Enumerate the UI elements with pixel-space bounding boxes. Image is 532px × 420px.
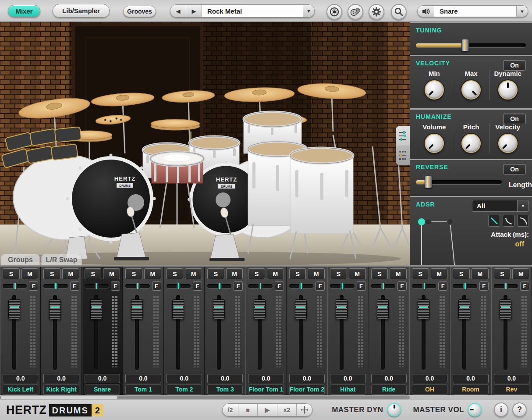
preset-next-button[interactable]: ▶ — [186, 5, 202, 17]
play-button[interactable]: ▶ — [258, 404, 277, 416]
stop-button[interactable]: ■ — [238, 404, 258, 416]
pan-handle[interactable] — [463, 283, 467, 289]
double-tempo-button[interactable]: x2 — [277, 404, 297, 416]
humanize-on-button[interactable]: On — [503, 114, 526, 124]
solo-button[interactable]: S — [289, 268, 306, 279]
mute-button[interactable]: M — [512, 268, 529, 279]
mute-button[interactable]: M — [308, 268, 325, 279]
pan-slider[interactable] — [3, 284, 27, 288]
linear-curve-icon[interactable] — [488, 215, 500, 227]
channel-name[interactable]: Floor Tom 1 — [248, 384, 284, 395]
mixer-view-button[interactable] — [396, 126, 410, 146]
fader-handle[interactable] — [49, 299, 61, 319]
fx-button[interactable]: F — [152, 281, 161, 291]
exp-curve-icon[interactable] — [503, 215, 514, 227]
drum-kit-scene[interactable]: HERTZ DRUMS HERTZ DRUMS — [0, 22, 410, 265]
pan-handle[interactable] — [218, 283, 222, 289]
pan-slider[interactable] — [371, 284, 395, 288]
move-button[interactable] — [297, 404, 312, 416]
channel-name[interactable]: Tom 1 — [125, 384, 161, 395]
pan-slider[interactable] — [207, 284, 231, 288]
humanize-volume-knob[interactable] — [425, 134, 444, 153]
fx-button[interactable]: F — [397, 281, 407, 291]
adsr-node-decay[interactable] — [447, 219, 453, 225]
mute-button[interactable]: M — [226, 268, 243, 279]
preset-prev-button[interactable]: ◀ — [170, 5, 186, 17]
groups-tab[interactable]: Groups — [1, 254, 40, 265]
mixer-scrollbar-track[interactable] — [0, 395, 410, 399]
humanize-pitch-knob[interactable] — [461, 134, 481, 153]
help-button[interactable]: ? — [512, 402, 527, 417]
pan-slider[interactable] — [330, 284, 354, 288]
mute-button[interactable]: M — [103, 268, 120, 279]
tuning-slider-handle[interactable] — [461, 39, 469, 51]
channel-name[interactable]: Rev — [494, 384, 529, 395]
fx-button[interactable]: F — [357, 281, 366, 291]
fx-button[interactable]: F — [520, 281, 529, 291]
instrument-name[interactable]: Snare — [434, 6, 516, 17]
pan-slider[interactable] — [125, 284, 149, 288]
solo-button[interactable]: S — [85, 268, 102, 279]
channel-name[interactable]: Tom 3 — [207, 384, 243, 395]
pan-handle[interactable] — [13, 283, 17, 289]
fader-handle[interactable] — [213, 299, 225, 319]
mute-button[interactable]: M — [21, 268, 39, 279]
solo-button[interactable]: S — [167, 268, 184, 279]
record-button[interactable] — [326, 4, 342, 20]
pan-handle[interactable] — [54, 283, 58, 289]
instrument-dropdown-button[interactable]: ▼ — [516, 6, 528, 17]
fx-button[interactable]: F — [29, 281, 38, 291]
fader-handle[interactable] — [131, 299, 143, 319]
fx-button[interactable]: F — [70, 281, 79, 291]
adsr-node-attack[interactable] — [425, 219, 431, 225]
channel-name[interactable]: OH — [412, 384, 447, 395]
fader-handle[interactable] — [500, 299, 511, 319]
mute-button[interactable]: M — [62, 268, 79, 279]
pan-slider[interactable] — [494, 284, 518, 288]
channel-name[interactable]: Room — [453, 384, 488, 395]
mixer-channel-kick-left[interactable]: SMF0.0Kick Left — [0, 267, 41, 395]
pan-handle[interactable] — [381, 283, 385, 289]
mixer-channel-floor-tom-2[interactable]: SMF0.0Floor Tom 2 — [287, 267, 327, 395]
mixer-tab-button[interactable]: Mixer — [8, 5, 40, 17]
midi-button[interactable] — [348, 4, 363, 20]
fader-handle[interactable] — [295, 299, 307, 319]
solo-button[interactable]: S — [453, 268, 470, 279]
mute-button[interactable]: M — [349, 268, 366, 279]
audition-button[interactable] — [418, 6, 434, 17]
mixer-scrollbar-thumb[interactable] — [1, 396, 117, 399]
master-vol-knob[interactable] — [468, 403, 482, 416]
fader-handle[interactable] — [90, 299, 102, 319]
settings-button[interactable] — [369, 4, 384, 20]
lr-swap-tab[interactable]: L/R Swap — [41, 254, 82, 265]
fader-handle[interactable] — [336, 299, 348, 319]
solo-button[interactable]: S — [43, 268, 60, 279]
preset-dropdown-button[interactable]: ▼ — [303, 5, 314, 17]
fader-handle[interactable] — [458, 299, 470, 319]
mixer-channel-floor-tom-1[interactable]: SMF0.0Floor Tom 1 — [245, 267, 286, 395]
tuning-slider[interactable] — [416, 39, 526, 51]
fx-button[interactable]: F — [111, 281, 120, 291]
channel-name[interactable]: Ride — [371, 384, 407, 395]
fader-handle[interactable] — [172, 299, 184, 319]
velocity-max-knob[interactable] — [461, 80, 481, 100]
grooves-tab-button[interactable]: Grooves — [123, 6, 156, 17]
pan-handle[interactable] — [177, 283, 181, 289]
half-tempo-button[interactable]: /2 — [223, 404, 238, 416]
humanize-velocity-knob[interactable] — [498, 134, 518, 153]
mixer-channel-rev[interactable]: SMF0.0Rev — [491, 267, 532, 395]
fx-button[interactable]: F — [193, 281, 202, 291]
pan-slider[interactable] — [412, 284, 436, 288]
channel-name[interactable]: Tom 2 — [167, 384, 202, 395]
adsr-target-selector[interactable]: All ▼ — [472, 200, 529, 212]
mute-button[interactable]: M — [185, 268, 202, 279]
fx-button[interactable]: F — [438, 281, 447, 291]
pan-slider[interactable] — [248, 284, 272, 288]
adsr-node-start[interactable] — [418, 218, 425, 225]
pan-handle[interactable] — [504, 283, 508, 289]
solo-button[interactable]: S — [125, 268, 142, 279]
fader-handle[interactable] — [377, 299, 389, 319]
pan-handle[interactable] — [136, 283, 140, 289]
kit-view-button[interactable] — [396, 146, 410, 165]
channel-name[interactable]: Snare — [85, 384, 120, 395]
